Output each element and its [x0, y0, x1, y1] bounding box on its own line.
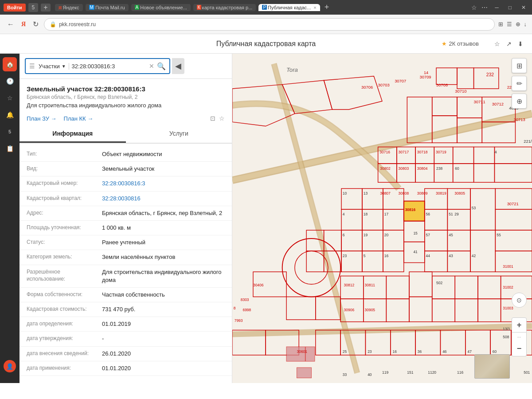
svg-text:13: 13: [364, 191, 368, 196]
plan-kk-link[interactable]: План КК →: [64, 115, 94, 122]
svg-text:30710: 30710: [455, 89, 466, 94]
close-btn[interactable]: ✕: [519, 4, 528, 12]
detail-cadastral-block: Кадастровый квартал: 32:28:0030816: [20, 192, 232, 206]
property-links: План ЗУ → План КК → ⊡ ☆: [20, 111, 232, 125]
tab-yandex[interactable]: Я Яндекс: [55, 4, 83, 11]
svg-rect-73: [409, 272, 432, 297]
share-prop-icon[interactable]: ⊡: [210, 115, 215, 122]
panel-collapse-btn[interactable]: ◀: [172, 58, 184, 74]
toolbar-icon2[interactable]: ☰: [507, 21, 512, 27]
tab-kadastr1-label: карта кадастровая р...: [202, 5, 253, 10]
svg-text:29: 29: [454, 212, 459, 216]
toolbar-icon3[interactable]: ⊕: [516, 21, 520, 27]
detail-date3-value: 26.01.2020: [102, 350, 225, 358]
zoom-out-button[interactable]: −: [512, 341, 527, 356]
svg-text:30905: 30905: [365, 308, 376, 312]
svg-text:19: 19: [364, 233, 368, 237]
svg-text:30718: 30718: [417, 150, 428, 154]
sidebar-bell[interactable]: 🔔: [3, 108, 17, 122]
star-icon: ★: [442, 40, 447, 47]
minimize-btn[interactable]: ─: [492, 4, 501, 12]
sidebar-home[interactable]: 🏠: [3, 57, 17, 71]
svg-rect-81: [409, 297, 432, 321]
property-title: Земельный участок 32:28:0030816:3: [27, 85, 225, 93]
plan-zu-link[interactable]: План ЗУ →: [27, 115, 57, 122]
detail-cnum-value[interactable]: 32:28:0030816:3: [102, 180, 225, 188]
maximize-btn[interactable]: □: [506, 4, 514, 12]
map-area[interactable]: 232 22801 1 14 221/2 30707 30709 30703 3…: [232, 54, 532, 383]
tab-kadastr2[interactable]: P Публичная кадас... ×: [258, 4, 320, 11]
draw-button[interactable]: ✏: [512, 76, 527, 91]
yandex-logo[interactable]: Я: [20, 19, 27, 30]
back-button[interactable]: ←: [5, 19, 16, 30]
tab-close-icon[interactable]: ×: [313, 5, 316, 10]
compass-button[interactable]: ⊙: [512, 293, 527, 308]
menu-dots-icon[interactable]: ⋯: [481, 4, 488, 11]
login-button[interactable]: Войти: [4, 4, 26, 12]
svg-text:232: 232: [486, 72, 494, 77]
sidebar-star[interactable]: ☆: [3, 91, 17, 105]
tab-kadastr1[interactable]: К карта кадастровая р...: [193, 4, 256, 11]
compass[interactable]: ⊙: [512, 293, 527, 308]
search-clear-icon[interactable]: ✕: [149, 63, 154, 70]
sidebar-clipboard[interactable]: 📋: [3, 141, 17, 156]
tab-info[interactable]: Информация: [20, 125, 126, 143]
sidebar-user[interactable]: 👤: [4, 360, 16, 372]
svg-text:30803: 30803: [399, 166, 409, 171]
detail-cblock-value[interactable]: 32:28:0030816: [102, 195, 225, 203]
svg-text:57: 57: [426, 233, 430, 237]
svg-text:501: 501: [524, 370, 530, 375]
tab-new-listing[interactable]: A Новое объявление...: [131, 4, 191, 11]
detail-date1: дата определения: 01.01.2019: [20, 317, 232, 332]
svg-rect-68: [286, 297, 316, 320]
new-tab-btn[interactable]: +: [41, 4, 50, 12]
kadastr2-favicon: P: [262, 5, 267, 10]
address-bar[interactable]: 🔒 pkk.rosreestr.ru: [44, 18, 494, 31]
svg-rect-72: [386, 276, 409, 299]
detail-cblock-label: Кадастровый квартал:: [27, 195, 102, 203]
reviews-section[interactable]: ★ 2К отзывов: [442, 40, 479, 47]
detail-area-value: 1 000 кв. м: [102, 224, 225, 232]
svg-text:30406: 30406: [253, 283, 264, 287]
svg-text:6: 6: [343, 233, 345, 237]
refresh-button[interactable]: ↻: [31, 18, 40, 30]
svg-text:30906: 30906: [344, 308, 355, 312]
svg-text:4: 4: [343, 212, 345, 216]
svg-rect-6: [457, 68, 474, 89]
svg-text:30802: 30802: [380, 166, 391, 171]
tab-number[interactable]: 5: [28, 3, 39, 12]
detail-area: Площадь уточненная: 1 000 кв. м: [20, 221, 232, 235]
search-input[interactable]: [72, 63, 146, 70]
download-icon[interactable]: ⬇: [518, 40, 523, 47]
svg-text:30819: 30819: [436, 191, 446, 196]
detail-date2-label: дата утверждения:: [27, 335, 102, 343]
new-browser-tab[interactable]: +: [323, 3, 331, 12]
mini-map[interactable]: [474, 354, 510, 379]
zoom-in-button[interactable]: +: [512, 317, 527, 332]
detail-use: Разрешённое использование: Для строитель…: [20, 265, 232, 288]
svg-text:30708: 30708: [436, 83, 448, 87]
toolbar-icon4[interactable]: ↓: [524, 21, 527, 27]
svg-rect-84: [478, 299, 501, 322]
tab-yandex-label: Яндекс: [63, 5, 79, 10]
sidebar-tab5[interactable]: 5: [3, 125, 17, 139]
location-button[interactable]: ⊕: [512, 94, 527, 109]
search-input-wrap[interactable]: ☰ Участки ▼ ✕ 🔍: [25, 58, 170, 74]
svg-text:31001: 31001: [503, 264, 513, 269]
bookmark-icon[interactable]: ☆: [471, 4, 477, 11]
tab-mail[interactable]: M Почта Mail.ru: [86, 4, 129, 11]
layers-button[interactable]: ⊞: [512, 58, 527, 73]
bookmark-page-icon[interactable]: ☆: [494, 40, 500, 47]
reviews-count: 2К отзывов: [449, 40, 479, 47]
sidebar-clock[interactable]: 🕐: [3, 74, 17, 88]
bookmark-prop-icon[interactable]: ☆: [219, 115, 225, 122]
svg-text:30807: 30807: [380, 191, 391, 196]
share-icon[interactable]: ↗: [506, 40, 512, 47]
svg-text:8: 8: [234, 306, 236, 310]
tab-services[interactable]: Услуги: [126, 125, 232, 143]
yandex-favicon: Я: [59, 5, 62, 10]
search-icon[interactable]: 🔍: [157, 62, 166, 70]
search-category[interactable]: Участки ▼: [39, 63, 69, 70]
toolbar-icon1[interactable]: ⊞: [498, 21, 503, 27]
svg-rect-76: [478, 276, 501, 299]
